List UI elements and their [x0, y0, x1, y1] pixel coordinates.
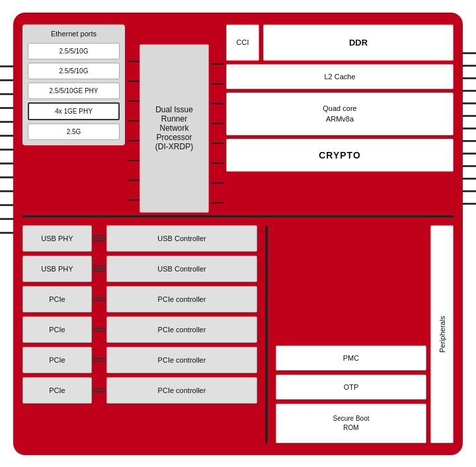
ext-line	[0, 79, 13, 81]
ext-line	[0, 121, 13, 123]
ext-line	[463, 165, 476, 167]
ext-line	[463, 178, 476, 180]
arrow-line	[93, 300, 105, 301]
usb-phy-2: USB PHY	[22, 256, 92, 282]
pcie-row-3: PCIe PCIe controller	[22, 347, 257, 373]
usb-row-1: USB PHY USB Controller	[22, 225, 257, 252]
ext-line	[463, 115, 476, 117]
bus-line	[128, 140, 139, 141]
arm-box: Quad core ARMv8a	[226, 92, 454, 135]
arrow-line	[93, 330, 105, 332]
ethernet-title: Ethernet ports	[28, 30, 120, 38]
right-connector-lines	[463, 52, 476, 205]
ext-line	[0, 218, 13, 220]
arrow-line	[93, 361, 105, 362]
arrow-line	[93, 268, 105, 269]
vertical-bus-main	[265, 225, 268, 443]
bottom-left-column: USB PHY USB Controller USB PHY	[22, 225, 257, 443]
arrow-line	[93, 271, 105, 272]
pcie-phy-3: PCIe	[22, 347, 92, 373]
arrow-line	[93, 235, 105, 236]
bus-line	[128, 100, 139, 102]
eth-port-1: 2.5/5/10G	[28, 63, 120, 79]
secure-boot-box: Secure Boot ROM	[276, 404, 426, 443]
bus-line	[212, 103, 223, 104]
pcie-row-1: PCIe PCIe controller	[22, 286, 257, 312]
ext-line	[0, 65, 13, 67]
pcie-phy-2: PCIe	[22, 316, 92, 343]
pcie-ctrl-4: PCIe controller	[106, 377, 257, 404]
ext-line	[463, 140, 476, 142]
ext-line	[0, 232, 13, 234]
pmc-otp-column: PMC OTP Secure Boot ROM	[276, 225, 426, 443]
arrow-line	[93, 388, 105, 390]
pcie-row-2: PCIe PCIe controller	[22, 316, 257, 343]
pcie-phy-4: PCIe	[22, 377, 92, 404]
bottom-right-column: PMC OTP Secure Boot ROM Peripherals	[276, 225, 454, 443]
arrow-line	[93, 358, 105, 359]
eth-bus-lines	[128, 52, 139, 210]
section-bottom: USB PHY USB Controller USB PHY	[22, 225, 454, 443]
dir-bus-lines	[212, 54, 223, 213]
ext-line	[463, 65, 476, 67]
ext-line	[0, 190, 13, 192]
bus-line	[128, 120, 139, 122]
cci-ddr-row: CCI DDR	[226, 24, 454, 61]
h-divider	[22, 215, 454, 217]
ethernet-column: Ethernet ports 2.5/5/10G 2.5/5/10G 2.5/5…	[22, 24, 125, 213]
pcie-row-4: PCIe PCIe controller	[22, 377, 257, 404]
arrow-line	[93, 238, 105, 239]
ext-line	[463, 127, 476, 129]
l2-cache-box: L2 Cache	[226, 64, 454, 89]
ethernet-section: Ethernet ports 2.5/5/10G 2.5/5/10G 2.5/5…	[22, 24, 125, 145]
layout: Ethernet ports 2.5/5/10G 2.5/5/10G 2.5/5…	[22, 24, 454, 443]
ext-line	[463, 153, 476, 155]
ext-line	[0, 107, 13, 109]
ext-line	[0, 93, 13, 95]
usb-ctrl-2: USB Controller	[106, 256, 257, 282]
arrow-line	[93, 297, 105, 299]
bus-line	[212, 63, 223, 65]
pcie-arrows-1	[92, 297, 106, 301]
di-xrdp-box: Dual Issue Runner Network Processor (DI-…	[139, 44, 209, 213]
bus-line	[212, 143, 223, 144]
bus-line	[128, 61, 139, 62]
ext-line	[463, 190, 476, 192]
left-connector-lines	[0, 65, 13, 234]
pcie-arrows-2	[92, 328, 106, 332]
usb-arrows-1	[92, 235, 106, 242]
pcie-ctrl-1: PCIe controller	[106, 286, 257, 312]
ddr-box: DDR	[263, 24, 454, 61]
ext-line	[463, 90, 476, 92]
ext-line	[463, 52, 476, 54]
arrow-line	[93, 266, 105, 267]
peripherals-box: Peripherals	[430, 225, 454, 443]
right-top-column: CCI DDR L2 Cache Quad core ARMv8a CRYPTO	[226, 24, 454, 213]
main-board: Ethernet ports 2.5/5/10G 2.5/5/10G 2.5/5…	[13, 13, 463, 455]
section-top: Ethernet ports 2.5/5/10G 2.5/5/10G 2.5/5…	[22, 24, 454, 213]
diagram-wrapper: Ethernet ports 2.5/5/10G 2.5/5/10G 2.5/5…	[0, 0, 476, 467]
bus-line	[212, 202, 223, 203]
pcie-ctrl-3: PCIe controller	[106, 347, 257, 373]
arrow-line	[93, 240, 105, 242]
ext-line	[0, 149, 13, 151]
ext-line	[0, 162, 13, 164]
bus-line	[128, 180, 139, 181]
arrow-line	[93, 391, 105, 392]
eth-port-2: 2.5/5/10GE PHY	[28, 83, 120, 99]
pcie-arrows-3	[92, 358, 106, 362]
ext-line	[0, 135, 13, 137]
otp-box: OTP	[276, 375, 426, 400]
eth-port-3: 4x 1GE PHY	[28, 102, 120, 120]
usb-ctrl-1: USB Controller	[106, 225, 257, 252]
bus-line	[212, 182, 223, 184]
ext-line	[0, 204, 13, 206]
bus-line	[128, 81, 139, 82]
eth-port-4: 2.5G	[28, 124, 120, 140]
ext-line	[0, 176, 13, 178]
arrow-line	[93, 328, 105, 329]
bus-line	[212, 162, 223, 164]
bus-line	[128, 160, 139, 161]
cci-box: CCI	[226, 24, 259, 61]
ext-line	[463, 77, 476, 79]
